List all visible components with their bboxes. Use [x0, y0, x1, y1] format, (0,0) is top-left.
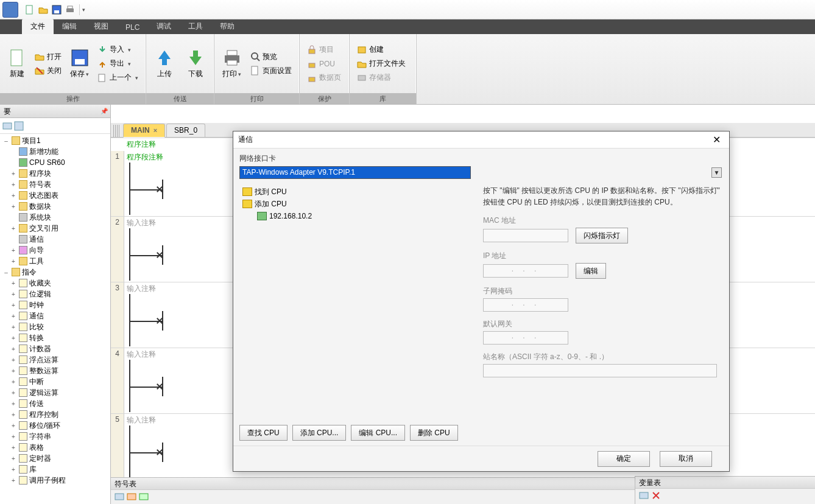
pin-icon[interactable]: 📌 — [101, 105, 108, 118]
tree-node[interactable]: +程序控制 — [0, 409, 110, 420]
tree-node[interactable]: 新增功能 — [0, 146, 110, 157]
tree-node[interactable]: +时钟 — [0, 299, 110, 310]
tree-node[interactable]: CPU SR60 — [0, 157, 110, 168]
cpu-tree[interactable]: 找到 CPU 添加 CPU 192.168.10.2 — [239, 184, 471, 421]
import-button[interactable]: 导入 — [95, 43, 141, 57]
tree-node[interactable]: +比较 — [0, 321, 110, 332]
st-icon[interactable] — [127, 492, 136, 502]
tree-node[interactable]: +收藏夹 — [0, 278, 110, 289]
tree-tb-icon[interactable] — [2, 121, 12, 131]
print-icon[interactable] — [65, 5, 75, 15]
chevron-down-icon[interactable]: ▼ — [711, 167, 722, 178]
tree-node[interactable]: +工具 — [0, 256, 110, 267]
svg-rect-46 — [127, 494, 136, 500]
tree-node[interactable]: +状态图表 — [0, 190, 110, 201]
mac-input[interactable] — [483, 229, 568, 242]
ribbon-tab-plc[interactable]: PLC — [117, 21, 148, 34]
tree-node[interactable]: +浮点运算 — [0, 354, 110, 365]
tree-node[interactable]: 系统块 — [0, 212, 110, 223]
flash-led-button[interactable]: 闪烁指示灯 — [576, 228, 628, 243]
tree-node[interactable]: +符号表 — [0, 179, 110, 190]
ribbon-tab-help[interactable]: 帮助 — [211, 19, 243, 34]
tree-node[interactable]: +计数器 — [0, 343, 110, 354]
tree-root[interactable]: –项目1 — [0, 135, 110, 146]
vt-icon[interactable] — [651, 491, 661, 500]
page-setup-button[interactable]: 页面设置 — [248, 64, 294, 77]
find-cpu-button[interactable]: 查找 CPU — [239, 425, 288, 441]
project-tree[interactable]: –项目1 新增功能 CPU SR60+程序块+符号表+状态图表+数据块 系统块+… — [0, 134, 110, 504]
export-button[interactable]: 导出 — [95, 57, 141, 71]
ribbon-tab-debug[interactable]: 调试 — [148, 19, 180, 34]
tree-node[interactable]: 通信 — [0, 234, 110, 245]
lib-create-button[interactable]: 创建 — [355, 43, 408, 57]
mask-input[interactable]: . . . — [483, 298, 568, 312]
ribbon-tab-edit[interactable]: 编辑 — [54, 19, 85, 34]
tree-node[interactable]: +通信 — [0, 310, 110, 321]
dialog-close-icon[interactable]: ✕ — [709, 133, 724, 147]
tree-node[interactable]: +库 — [0, 464, 110, 475]
tab-grip[interactable] — [113, 125, 119, 137]
qat-dropdown-icon[interactable]: ▾ — [82, 7, 85, 13]
lib-storage-button[interactable]: 存储器 — [355, 71, 408, 85]
tree-node[interactable]: +字符串 — [0, 431, 110, 442]
protect-pou-button[interactable]: POU — [305, 57, 344, 71]
tree-node[interactable]: +传送 — [0, 398, 110, 409]
tree-node[interactable]: +交叉引用 — [0, 223, 110, 234]
preview-button[interactable]: 预览 — [248, 50, 294, 63]
previous-button[interactable]: 上一个 — [95, 71, 141, 85]
gateway-input[interactable]: . . . — [483, 331, 568, 345]
cancel-button[interactable]: 取消 — [660, 451, 712, 467]
tree-node[interactable]: +向导 — [0, 245, 110, 256]
open-icon[interactable] — [38, 5, 48, 15]
upload-button[interactable]: 上传 — [151, 48, 178, 79]
protect-project-button[interactable]: 项目 — [305, 43, 344, 57]
tab-sbr0[interactable]: SBR_0 — [166, 124, 205, 137]
station-name-input[interactable] — [483, 364, 717, 377]
cpu-ip-node[interactable]: 192.168.10.2 — [240, 210, 470, 222]
st-icon[interactable] — [139, 492, 149, 502]
tree-node[interactable]: +表格 — [0, 442, 110, 453]
new-button[interactable]: 新建 — [5, 48, 29, 79]
tree-node[interactable]: +逻辑运算 — [0, 387, 110, 398]
tree-node[interactable]: +中断 — [0, 376, 110, 387]
ok-button[interactable]: 确定 — [598, 451, 650, 467]
tree-node[interactable]: +移位/循环 — [0, 420, 110, 431]
edit-cpu-button[interactable]: 编辑 CPU... — [351, 425, 405, 441]
tree-tb-icon2[interactable] — [14, 121, 24, 131]
ip-input[interactable]: . . . — [483, 264, 568, 278]
ribbon-tab-view[interactable]: 视图 — [85, 19, 117, 34]
save-icon[interactable] — [52, 5, 62, 15]
tree-instr-root[interactable]: –指令 — [0, 267, 110, 278]
open-button[interactable]: 打开 — [32, 50, 64, 63]
edit-ip-button[interactable]: 编辑 — [576, 263, 606, 279]
found-cpu-node[interactable]: 找到 CPU — [240, 186, 470, 198]
add-cpu-button[interactable]: 添加 CPU... — [292, 425, 347, 441]
download-button[interactable]: 下载 — [182, 48, 210, 79]
tree-node[interactable]: +定时器 — [0, 453, 110, 464]
rung-number: 4 — [111, 348, 124, 413]
close-icon[interactable]: × — [153, 127, 157, 134]
tab-main[interactable]: MAIN× — [123, 124, 165, 138]
ribbon-tab-tools[interactable]: 工具 — [180, 19, 211, 34]
folder-icon — [12, 268, 20, 276]
tree-node[interactable]: +数据块 — [0, 201, 110, 212]
tree-node[interactable]: +程序块 — [0, 168, 110, 179]
save-button[interactable]: 保存 — [68, 48, 91, 79]
lib-open-folder-button[interactable]: 打开文件夹 — [355, 57, 408, 71]
tree-node[interactable]: +位逻辑 — [0, 289, 110, 299]
print-button[interactable]: 打印 — [219, 48, 244, 79]
add-cpu-node[interactable]: 添加 CPU — [240, 198, 470, 210]
vt-icon[interactable] — [639, 491, 649, 500]
delete-cpu-button[interactable]: 删除 CPU — [410, 425, 458, 441]
new-icon[interactable] — [25, 5, 35, 15]
tree-node[interactable]: +转换 — [0, 332, 110, 343]
nic-dropdown[interactable]: TAP-Windows Adapter V9.TCPIP.1▼ — [239, 166, 471, 179]
close-button[interactable]: 关闭 — [32, 64, 64, 77]
tree-node[interactable]: +整数运算 — [0, 365, 110, 376]
protect-datapage-button[interactable]: 数据页 — [305, 71, 344, 85]
variable-table-title: 变量表 — [635, 477, 815, 489]
app-button[interactable] — [2, 2, 18, 18]
tree-node[interactable]: +调用子例程 — [0, 475, 110, 486]
ribbon-tab-file[interactable]: 文件 — [22, 19, 54, 34]
st-icon[interactable] — [115, 492, 124, 502]
